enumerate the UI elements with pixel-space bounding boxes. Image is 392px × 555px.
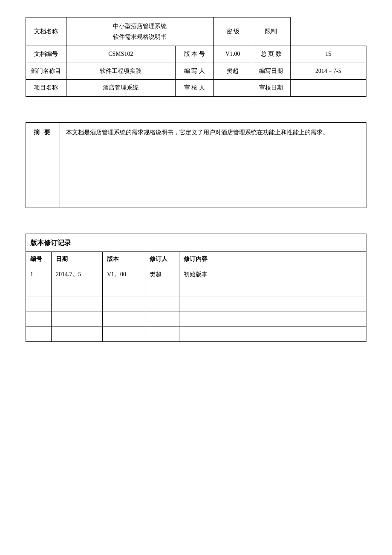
- version-row-version: V1。00: [103, 267, 145, 282]
- abstract-section: 摘 要 本文档是酒店管理系统的需求规格说明书，它定义了用户对酒店管理系统在功能上…: [26, 122, 366, 208]
- version-section: 版本修订记录 编号 日期 版本 修订人 修订内容 1 2014.7。5 V1。0…: [26, 234, 366, 342]
- abstract-content: 本文档是酒店管理系统的需求规格说明书，它定义了用户对酒店管理系统在功能上和性能上…: [60, 122, 366, 208]
- reviewer-value: [213, 80, 252, 96]
- doc-info-row-4: 项目名称 酒店管理系统 审 核 人 审核日期: [26, 80, 366, 96]
- col-header-date: 日期: [52, 252, 103, 267]
- project-name-label: 项目名称: [26, 80, 66, 96]
- doc-info-section: 文档名称 中小型酒店管理系统 软件需求规格说明书 密 级 限制 文档编号 CSM…: [26, 17, 366, 97]
- version-col-header-row: 编号 日期 版本 修订人 修订内容: [26, 252, 366, 267]
- doc-info-row-3: 部门名称目 软件工程项实践 编 写 人 樊超 编写日期 2014－7-5: [26, 63, 366, 79]
- version-data-row-1: 1 2014.7。5 V1。00 樊超 初始版本: [26, 267, 366, 282]
- version-label: 版 本 号: [175, 46, 213, 63]
- doc-name-label: 文档名称: [26, 17, 66, 46]
- version-empty-row-3: [26, 312, 366, 327]
- version-value: V1.00: [213, 46, 252, 63]
- col-header-id: 编号: [26, 252, 52, 267]
- doc-number-label: 文档编号: [26, 46, 66, 63]
- review-date-label: 审核日期: [252, 80, 290, 96]
- author-value: 樊超: [213, 63, 252, 79]
- doc-info-table: 文档名称 中小型酒店管理系统 软件需求规格说明书 密 级 限制 文档编号 CSM…: [26, 17, 366, 97]
- version-row-content: 初始版本: [179, 267, 366, 282]
- version-table: 版本修订记录 编号 日期 版本 修订人 修订内容 1 2014.7。5 V1。0…: [26, 234, 366, 342]
- doc-info-row-2: 文档编号 CSMS102 版 本 号 V1.00 总 页 数 15: [26, 46, 366, 63]
- dept-name-value: 软件工程项实践: [66, 63, 176, 79]
- doc-name-value: 中小型酒店管理系统 软件需求规格说明书: [66, 17, 214, 46]
- doc-info-row-1: 文档名称 中小型酒店管理系统 软件需求规格说明书 密 级 限制: [26, 17, 366, 46]
- version-title-row: 版本修订记录: [26, 234, 366, 252]
- col-header-author: 修订人: [145, 252, 179, 267]
- doc-number-value: CSMS102: [66, 46, 176, 63]
- author-label: 编 写 人: [175, 63, 213, 79]
- write-date-value: 2014－7-5: [290, 63, 366, 79]
- version-row-date: 2014.7。5: [52, 267, 103, 282]
- dept-name-label: 部门名称目: [26, 63, 66, 79]
- project-name-value: 酒店管理系统: [66, 80, 176, 96]
- abstract-table: 摘 要 本文档是酒店管理系统的需求规格说明书，它定义了用户对酒店管理系统在功能上…: [26, 122, 366, 208]
- version-title: 版本修订记录: [26, 234, 366, 252]
- version-row-author: 樊超: [145, 267, 179, 282]
- security-level-label: 密 级: [213, 17, 252, 46]
- col-header-content: 修订内容: [179, 252, 366, 267]
- reviewer-label: 审 核 人: [175, 80, 213, 96]
- total-pages-value: 15: [290, 46, 366, 63]
- review-date-value: [290, 80, 366, 96]
- abstract-row: 摘 要 本文档是酒店管理系统的需求规格说明书，它定义了用户对酒店管理系统在功能上…: [26, 122, 366, 208]
- version-empty-row-2: [26, 297, 366, 312]
- version-empty-row-4: [26, 327, 366, 341]
- version-empty-row-1: [26, 282, 366, 297]
- abstract-label: 摘 要: [26, 122, 60, 208]
- security-level-value: 限制: [252, 17, 290, 46]
- col-header-version: 版本: [103, 252, 145, 267]
- total-pages-label: 总 页 数: [252, 46, 290, 63]
- write-date-label: 编写日期: [252, 63, 290, 79]
- version-row-id: 1: [26, 267, 52, 282]
